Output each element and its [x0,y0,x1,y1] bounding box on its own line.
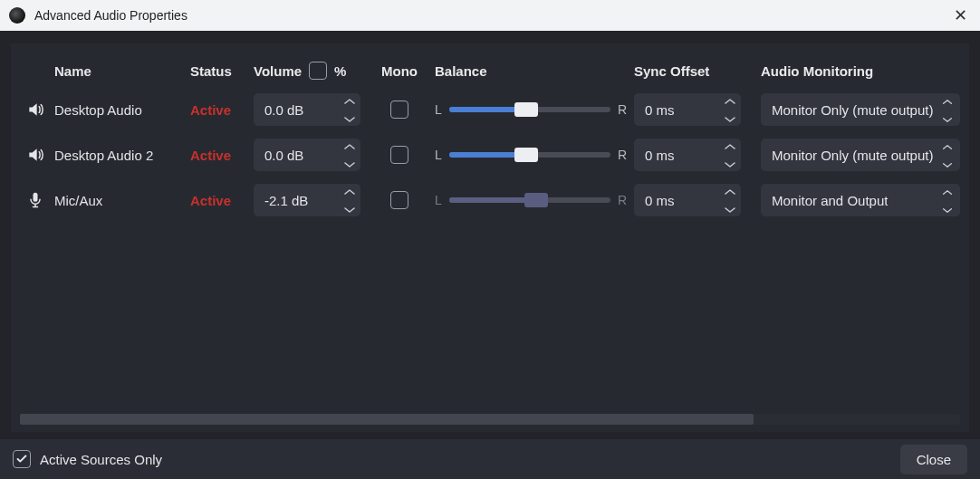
balance-left-label: L [435,102,442,117]
source-name: Desktop Audio 2 [51,148,187,163]
sync-cell: 0 ms [630,184,757,216]
balance-right-label: R [618,148,627,162]
sync-down-icon[interactable] [725,156,735,172]
header-volume-suffix: % [334,63,346,79]
balance-slider[interactable]: LR [435,148,627,162]
balance-track[interactable] [449,107,610,112]
balance-fill [449,197,536,203]
audio-row: Mic/AuxActive-2.1 dBLR0 msMonitor and Ou… [20,177,964,223]
sync-cell: 0 ms [630,139,757,171]
volume-cell: 0.0 dB [250,139,368,171]
volume-up-icon[interactable] [344,183,355,199]
monitoring-cell: Monitor Only (mute output) [757,93,964,126]
balance-left-label: L [435,148,442,162]
volume-down-icon[interactable] [344,156,355,172]
header-volume: Volume % [250,62,368,80]
volume-down-icon[interactable] [344,201,355,217]
source-name: Desktop Audio [51,102,187,118]
sync-value: 0 ms [645,102,675,118]
sync-up-icon[interactable] [725,138,735,154]
source-status: Active [187,193,250,208]
volume-spinbox[interactable]: -2.1 dB [254,184,360,216]
balance-slider[interactable]: LR [435,193,627,207]
sync-spinbox[interactable]: 0 ms [634,139,741,171]
volume-spinbox[interactable]: 0.0 dB [254,93,360,126]
sync-up-icon[interactable] [725,183,735,199]
close-button[interactable]: Close [900,445,967,474]
header-monitoring: Audio Monitoring [757,63,964,79]
header-volume-label: Volume [254,63,302,79]
monitoring-value: Monitor Only (mute output) [772,148,933,163]
active-sources-only-checkbox[interactable]: Active Sources Only [13,450,162,468]
balance-thumb[interactable] [524,193,548,207]
mono-checkbox[interactable] [390,191,408,209]
sync-spinbox[interactable]: 0 ms [634,184,741,216]
balance-thumb[interactable] [514,148,538,162]
volume-down-icon[interactable] [344,110,355,127]
source-status: Active [187,148,250,163]
volume-value: 0.0 dB [264,102,303,118]
source-name: Mic/Aux [51,193,187,208]
dropdown-down-icon [942,201,953,216]
volume-up-icon[interactable] [344,92,355,109]
speaker-icon [20,146,51,164]
titlebar: Advanced Audio Properties ✕ [0,0,980,31]
volume-cell: -2.1 dB [250,184,368,216]
balance-cell: LR [431,193,630,207]
window-title: Advanced Audio Properties [34,8,950,23]
volume-up-icon[interactable] [344,138,355,154]
source-status: Active [187,102,250,118]
volume-value: -2.1 dB [264,193,308,208]
sync-up-icon[interactable] [725,92,735,109]
dropdown-up-icon [942,184,953,199]
checkbox-icon [13,450,31,468]
balance-track[interactable] [449,197,610,203]
sync-down-icon[interactable] [725,110,735,127]
volume-spinbox[interactable]: 0.0 dB [254,139,360,171]
balance-track[interactable] [449,152,610,158]
header-row: Name Status Volume % Mono Balance Sync O… [20,54,964,87]
audio-row: Desktop AudioActive0.0 dBLR0 msMonitor O… [20,87,964,132]
dropdown-down-icon [942,110,953,126]
balance-thumb[interactable] [514,102,538,117]
balance-right-label: R [618,102,627,117]
monitoring-value: Monitor and Output [772,193,888,208]
header-name: Name [51,63,187,79]
monitoring-dropdown[interactable]: Monitor Only (mute output) [761,93,960,126]
active-sources-only-label: Active Sources Only [40,452,162,467]
sync-spinbox[interactable]: 0 ms [634,93,741,126]
mono-checkbox[interactable] [390,101,408,119]
audio-grid: Name Status Volume % Mono Balance Sync O… [20,54,964,223]
monitoring-dropdown[interactable]: Monitor Only (mute output) [761,139,960,171]
dropdown-down-icon [942,156,953,171]
monitoring-value: Monitor Only (mute output) [772,102,933,118]
sync-value: 0 ms [645,193,675,208]
monitoring-dropdown[interactable]: Monitor and Output [761,184,960,216]
volume-cell: 0.0 dB [250,93,368,126]
app-logo-icon [9,7,25,24]
window-close-button[interactable]: ✕ [950,5,971,25]
horizontal-scrollbar[interactable] [20,414,960,425]
sync-cell: 0 ms [630,93,757,126]
content-area: Name Status Volume % Mono Balance Sync O… [0,31,980,439]
dropdown-up-icon [942,139,953,154]
mono-cell [368,146,431,164]
monitoring-cell: Monitor Only (mute output) [757,139,964,171]
balance-left-label: L [435,193,442,207]
sync-down-icon[interactable] [725,201,735,217]
inner-panel: Name Status Volume % Mono Balance Sync O… [11,43,969,432]
sync-value: 0 ms [645,148,675,163]
speaker-icon [20,101,51,119]
volume-percent-checkbox[interactable] [309,62,327,80]
monitoring-cell: Monitor and Output [757,184,964,216]
mono-cell [368,191,431,209]
header-status: Status [187,63,250,79]
header-sync: Sync Offset [630,63,757,79]
mono-cell [368,101,431,119]
mono-checkbox[interactable] [390,146,408,164]
audio-row: Desktop Audio 2Active0.0 dBLR0 msMonitor… [20,132,964,177]
balance-slider[interactable]: LR [435,102,627,117]
scrollbar-thumb[interactable] [20,414,754,425]
footer-bar: Active Sources Only Close [0,439,980,479]
dropdown-up-icon [942,93,953,109]
